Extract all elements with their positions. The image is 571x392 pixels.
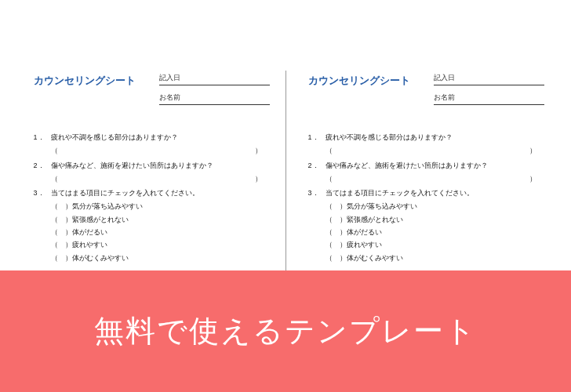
- document-page-left: カウンセリングシート 記入日 お名前 1． 疲れや不調を感じる部分はありますか？: [12, 71, 286, 270]
- paren-close: ）: [529, 145, 544, 157]
- banner-area: 無料で使えるテンプレート: [0, 270, 571, 392]
- check-item-5: （ ）体がむくみやすい: [51, 252, 270, 264]
- q1-number: 1．: [34, 132, 51, 143]
- question-3: 3． 当てはまる項目にチェックを入れてください。: [34, 187, 270, 199]
- form-title: カウンセリングシート: [308, 71, 410, 88]
- paren-open: （: [51, 173, 58, 185]
- questions-block: 1． 疲れや不調を感じる部分はありますか？ （ ） 2． 傷や痛みなど、施術を避…: [34, 132, 270, 264]
- q3-number: 3．: [308, 187, 326, 199]
- name-line: [191, 93, 270, 103]
- q1-number: 1．: [308, 132, 326, 143]
- q2-number: 2．: [308, 160, 326, 172]
- date-line: [191, 73, 270, 83]
- q1-text: 疲れや不調を感じる部分はありますか？: [326, 132, 544, 143]
- name-label: お名前: [159, 93, 191, 103]
- questions-block: 1． 疲れや不調を感じる部分はありますか？ （ ） 2． 傷や痛みなど、施術を避…: [308, 132, 544, 264]
- check-item-1: （ ）気分が落ち込みやすい: [326, 201, 544, 212]
- q2-number: 2．: [34, 160, 51, 172]
- name-field: お名前: [434, 90, 544, 105]
- q3-number: 3．: [34, 187, 51, 199]
- header-fields: 記入日 お名前: [434, 71, 544, 110]
- date-field: 記入日: [159, 71, 270, 85]
- paren-open: （: [326, 173, 333, 185]
- q3-text: 当てはまる項目にチェックを入れてください。: [51, 187, 270, 199]
- paren-close: ）: [529, 173, 544, 185]
- q1-answer-line: （ ）: [51, 145, 270, 157]
- paren-open: （: [326, 145, 333, 157]
- header-fields: 記入日 お名前: [159, 71, 270, 110]
- form-header: カウンセリングシート 記入日 お名前: [308, 71, 544, 110]
- check-item-2: （ ）緊張感がとれない: [51, 214, 270, 226]
- check-item-4: （ ）疲れやすい: [51, 239, 270, 251]
- check-item-1: （ ）気分が落ち込みやすい: [51, 201, 270, 212]
- form-header: カウンセリングシート 記入日 お名前: [34, 71, 270, 110]
- question-2: 2． 傷や痛みなど、施術を避けたい箇所はありますか？: [34, 160, 270, 172]
- q2-answer-line: （ ）: [51, 173, 270, 185]
- paren-close: ）: [255, 173, 270, 185]
- q2-text: 傷や痛みなど、施術を避けたい箇所はありますか？: [326, 160, 544, 172]
- check-item-3: （ ）体がだるい: [326, 227, 544, 238]
- check-item-2: （ ）緊張感がとれない: [326, 214, 544, 226]
- name-label: お名前: [434, 93, 465, 103]
- question-1: 1． 疲れや不調を感じる部分はありますか？: [34, 132, 270, 143]
- check-item-3: （ ）体がだるい: [51, 227, 270, 238]
- q3-text: 当てはまる項目にチェックを入れてください。: [326, 187, 544, 199]
- date-label: 記入日: [159, 73, 191, 83]
- check-item-5: （ ）体がむくみやすい: [326, 252, 544, 264]
- form-title: カウンセリングシート: [34, 71, 136, 88]
- question-1: 1． 疲れや不調を感じる部分はありますか？: [308, 132, 544, 143]
- q2-text: 傷や痛みなど、施術を避けたい箇所はありますか？: [51, 160, 270, 172]
- q1-answer-line: （ ）: [326, 145, 544, 157]
- document-pair: カウンセリングシート 記入日 お名前 1． 疲れや不調を感じる部分はありますか？: [0, 71, 571, 270]
- document-page-right: カウンセリングシート 記入日 お名前 1． 疲れや不調を感じる部分はありますか？: [286, 71, 560, 270]
- date-label: 記入日: [434, 73, 465, 83]
- q2-answer-line: （ ）: [326, 173, 544, 185]
- document-preview-area: カウンセリングシート 記入日 お名前 1． 疲れや不調を感じる部分はありますか？: [0, 0, 571, 270]
- q1-text: 疲れや不調を感じる部分はありますか？: [51, 132, 270, 143]
- banner-text: 無料で使えるテンプレート: [94, 311, 477, 351]
- paren-close: ）: [255, 145, 270, 157]
- question-2: 2． 傷や痛みなど、施術を避けたい箇所はありますか？: [308, 160, 544, 172]
- check-item-4: （ ）疲れやすい: [326, 239, 544, 251]
- question-3: 3． 当てはまる項目にチェックを入れてください。: [308, 187, 544, 199]
- date-line: [465, 73, 544, 83]
- name-line: [465, 93, 544, 103]
- name-field: お名前: [159, 90, 270, 105]
- paren-open: （: [51, 145, 58, 157]
- date-field: 記入日: [434, 71, 544, 85]
